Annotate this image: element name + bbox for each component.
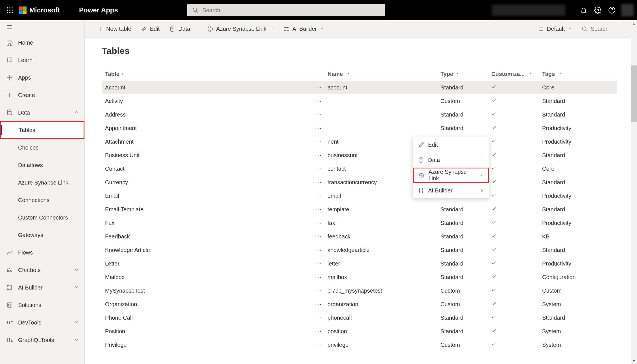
more-actions-icon[interactable]: ··· xyxy=(315,165,322,172)
table-row[interactable]: Activity···CustomStandard xyxy=(102,94,617,108)
table-row[interactable]: Mailbox···mailboxStandardConfiguration xyxy=(102,270,617,284)
table-row[interactable]: MySynapseTest···cr79c_mysynapsetestCusto… xyxy=(102,284,617,297)
azure-synapse-link-button[interactable]: Azure Synapse Link xyxy=(203,23,278,34)
hamburger-icon[interactable] xyxy=(0,20,84,34)
sidebar-item-home[interactable]: Home xyxy=(0,34,84,51)
table-row[interactable]: Business Unit···businessunitStandardStan… xyxy=(102,148,617,162)
more-actions-icon[interactable]: ··· xyxy=(315,179,322,186)
table-row[interactable]: Phone Call···phonecallStandardStandard xyxy=(102,311,617,324)
sidebar-sub-connections[interactable]: Connections xyxy=(0,191,84,209)
table-row[interactable]: Address···StandardStandard xyxy=(102,108,617,121)
data-button[interactable]: Data xyxy=(165,23,201,34)
more-actions-icon[interactable]: ··· xyxy=(315,314,322,321)
table-row[interactable]: Organization···organizationCustomSystem xyxy=(102,297,617,311)
sidebar-item-learn[interactable]: Learn xyxy=(0,51,84,69)
scroll-thumb[interactable] xyxy=(631,65,637,122)
view-selector[interactable]: Default xyxy=(534,23,576,34)
more-actions-icon[interactable]: ··· xyxy=(315,301,322,308)
sidebar-item-solutions[interactable]: Solutions xyxy=(0,296,84,314)
col-header-table[interactable]: Table↑ xyxy=(102,71,328,77)
app-launcher-icon[interactable] xyxy=(3,4,16,17)
settings-icon[interactable] xyxy=(591,3,605,17)
more-actions-icon[interactable]: ··· xyxy=(315,206,322,213)
table-row[interactable]: Feedback···feedbackStandardKB xyxy=(102,230,617,243)
sidebar-item-data[interactable]: Data xyxy=(0,104,84,121)
cell-name: organization xyxy=(328,301,440,308)
new-table-button[interactable]: New table xyxy=(93,23,135,34)
more-actions-icon[interactable]: ··· xyxy=(315,233,322,240)
sidebar-item-create[interactable]: Create xyxy=(0,86,84,104)
cell-tags: Custom xyxy=(542,288,617,294)
scroll-down-icon[interactable]: ▼ xyxy=(631,358,637,364)
sidebar-item-devtools[interactable]: DevTools xyxy=(0,314,84,331)
more-actions-icon[interactable]: ··· xyxy=(315,328,322,335)
toolbar-search[interactable] xyxy=(578,23,629,34)
cell-table: Feedback··· xyxy=(102,233,328,240)
table-row[interactable]: Account···accountStandardCore xyxy=(102,81,617,94)
table-row[interactable]: Email···emailStandardProductivity xyxy=(102,189,617,203)
table-row[interactable]: Fax···faxStandardProductivity xyxy=(102,216,617,230)
environment-picker[interactable] xyxy=(492,5,565,16)
avatar[interactable] xyxy=(621,4,634,16)
more-actions-icon[interactable]: ··· xyxy=(315,192,322,199)
sidebar-sub-custom-connectors[interactable]: Custom Connectors xyxy=(0,209,84,226)
more-actions-icon[interactable]: ··· xyxy=(315,138,322,145)
more-actions-icon[interactable]: ··· xyxy=(315,341,322,348)
sidebar-sub-azure-synapse-link[interactable]: Azure Synapse Link xyxy=(0,174,84,191)
table-row[interactable]: Attachment···nentStandardProductivity xyxy=(102,135,617,148)
sidebar-sub-choices[interactable]: Choices xyxy=(0,139,84,156)
col-header-customizable[interactable]: Customiza... xyxy=(491,71,542,77)
more-actions-icon[interactable]: ··· xyxy=(315,97,322,105)
sidebar-sub-dataflows[interactable]: Dataflows xyxy=(0,156,84,174)
table-row[interactable]: Currency···transactioncurrencyStandardSt… xyxy=(102,176,617,189)
more-actions-icon[interactable]: ··· xyxy=(315,111,322,118)
table-row[interactable]: Letter···letterStandardProductivity xyxy=(102,257,617,270)
sidebar-sub-tables[interactable]: Tables xyxy=(0,121,84,139)
col-header-tags[interactable]: Tags xyxy=(542,71,617,77)
table-row[interactable]: Knowledge Article···knowledgearticleStan… xyxy=(102,243,617,257)
table-row[interactable]: Contact···contactStandardCore xyxy=(102,162,617,176)
table-row[interactable]: Appointment···StandardProductivity xyxy=(102,121,617,135)
context-menu-ai-builder[interactable]: AI Builder xyxy=(413,183,489,198)
more-actions-icon[interactable]: ··· xyxy=(315,219,322,227)
vertical-scrollbar[interactable]: ▲ ▼ xyxy=(631,20,637,364)
context-menu-data[interactable]: Data xyxy=(413,152,489,168)
notifications-icon[interactable] xyxy=(577,3,591,17)
sidebar-item-chatbots[interactable]: Chatbots xyxy=(0,261,84,279)
cell-tags: Standard xyxy=(542,179,617,186)
more-actions-icon[interactable]: ··· xyxy=(315,124,322,132)
context-menu-azure-synapse-link[interactable]: Azure Synapse Link xyxy=(413,168,489,183)
more-actions-icon[interactable]: ··· xyxy=(315,273,322,281)
help-icon[interactable] xyxy=(605,3,619,17)
table-row[interactable]: Email Template···templateStandardStandar… xyxy=(102,203,617,216)
sidebar-item-graphqltools[interactable]: GraphQLTools xyxy=(0,331,84,349)
more-actions-icon[interactable]: ··· xyxy=(315,260,322,267)
sidebar-item-label: Learn xyxy=(18,57,32,63)
ai-builder-button[interactable]: AI Builder xyxy=(280,23,328,34)
sidebar-item-flows[interactable]: Flows xyxy=(0,244,84,261)
more-actions-icon[interactable]: ··· xyxy=(315,246,322,254)
table-row[interactable]: Position···positionStandardSystem xyxy=(102,324,617,338)
more-actions-icon[interactable]: ··· xyxy=(315,84,322,91)
sidebar-item-ai-builder[interactable]: AI Builder xyxy=(0,279,84,296)
svg-line-10 xyxy=(196,11,198,13)
toolbar-search-input[interactable] xyxy=(591,26,625,32)
col-header-type[interactable]: Type xyxy=(440,71,491,77)
global-search[interactable] xyxy=(187,4,385,16)
chevron-down-icon xyxy=(558,71,562,77)
sidebar-sub-gateways[interactable]: Gateways xyxy=(0,226,84,244)
chevron-down-icon xyxy=(568,26,572,32)
sidebar-item-apps[interactable]: Apps xyxy=(0,69,84,86)
sidebar-sub-label: Dataflows xyxy=(18,162,43,168)
scroll-up-icon[interactable]: ▲ xyxy=(631,20,637,27)
edit-button[interactable]: Edit xyxy=(137,23,163,34)
sidebar-item-label: Chatbots xyxy=(18,267,41,273)
more-actions-icon[interactable]: ··· xyxy=(315,152,322,159)
sidebar-sub-label: Custom Connectors xyxy=(18,214,68,221)
global-search-input[interactable] xyxy=(202,7,380,14)
col-header-name[interactable]: Name xyxy=(328,71,440,77)
cell-tags: System xyxy=(542,301,617,308)
more-actions-icon[interactable]: ··· xyxy=(315,287,322,294)
table-row[interactable]: Privilege···privilegeCustomSystem xyxy=(102,338,617,352)
context-menu-edit[interactable]: Edit xyxy=(413,137,489,152)
